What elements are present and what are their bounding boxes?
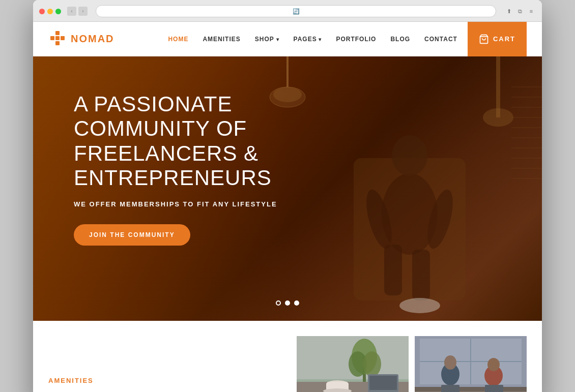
cart-button[interactable]: CART: [468, 22, 527, 56]
minimize-button[interactable]: [47, 9, 53, 14]
svg-rect-12: [384, 245, 402, 295]
amenities-label: AMENITIES: [48, 336, 281, 384]
menu-icon[interactable]: ≡: [527, 7, 536, 16]
site-header: NOMAD HOME AMENITIES SHOP PAGES PORTFOLI…: [33, 22, 542, 56]
browser-right-controls: ⬆ ⧉ ≡: [504, 7, 536, 16]
browser-controls: ‹ ›: [67, 7, 88, 16]
close-button[interactable]: [39, 9, 45, 14]
svg-rect-39: [369, 376, 397, 390]
svg-point-28: [399, 298, 440, 313]
forward-button[interactable]: ›: [78, 7, 88, 16]
svg-rect-50: [441, 385, 459, 392]
svg-rect-2: [50, 36, 54, 40]
bottom-images: [297, 336, 527, 392]
svg-rect-1: [55, 36, 60, 40]
svg-point-37: [363, 351, 381, 377]
slider-dot-1[interactable]: [276, 300, 281, 306]
back-button[interactable]: ‹: [67, 7, 76, 16]
svg-point-52: [487, 358, 500, 371]
hero-section: A PASSIONATE COMMUNITY OF FREELANCERS & …: [33, 56, 542, 321]
svg-point-49: [444, 355, 456, 370]
traffic-lights: [39, 9, 61, 14]
nav-blog[interactable]: BLOG: [390, 36, 410, 43]
nav-pages[interactable]: PAGES: [294, 36, 322, 43]
nav-portfolio[interactable]: PORTFOLIO: [336, 36, 376, 43]
svg-rect-46: [415, 387, 527, 391]
nav-contact[interactable]: CONTACT: [424, 36, 457, 43]
browser-window: ‹ › 🔄 ⬆ ⧉ ≡ NOMAD: [33, 0, 542, 392]
hero-cta-button[interactable]: JOIN THE COMMUNITY: [74, 224, 190, 246]
duplicate-icon[interactable]: ⧉: [515, 7, 525, 16]
hero-headline: A PASSIONATE COMMUNITY OF FREELANCERS & …: [74, 92, 328, 190]
hero-slider-dots: [276, 300, 299, 306]
site-content: NOMAD HOME AMENITIES SHOP PAGES PORTFOLI…: [33, 22, 542, 392]
cart-icon: [479, 34, 489, 44]
hero-content: A PASSIONATE COMMUNITY OF FREELANCERS & …: [33, 56, 542, 246]
bottom-left: AMENITIES: [48, 336, 297, 392]
browser-chrome: ‹ › 🔄 ⬆ ⧉ ≡: [33, 0, 542, 22]
nav-shop[interactable]: SHOP: [255, 36, 279, 43]
slider-dot-2[interactable]: [285, 300, 290, 306]
svg-rect-0: [55, 31, 60, 35]
svg-rect-3: [61, 36, 65, 40]
amenity-image-2: [415, 336, 527, 392]
svg-rect-53: [485, 385, 503, 392]
bottom-section: AMENITIES: [33, 321, 542, 392]
svg-rect-13: [412, 250, 430, 300]
svg-rect-4: [55, 41, 60, 45]
nav-amenities[interactable]: AMENITIES: [203, 36, 240, 43]
maximize-button[interactable]: [55, 9, 61, 14]
nav-home[interactable]: HOME: [168, 36, 188, 43]
share-icon[interactable]: ⬆: [504, 7, 513, 16]
amenity-image-1: [297, 336, 409, 392]
main-nav: HOME AMENITIES SHOP PAGES PORTFOLIO BLOG…: [168, 36, 457, 43]
address-bar[interactable]: 🔄: [96, 5, 496, 17]
logo-icon: [48, 30, 67, 48]
hero-subtext: WE OFFER MEMBERSHIPS TO FIT ANY LIFESTYL…: [74, 200, 542, 208]
cart-label: CART: [493, 35, 515, 43]
logo-text: NOMAD: [71, 33, 114, 45]
slider-dot-3[interactable]: [294, 300, 299, 306]
logo-area[interactable]: NOMAD: [48, 30, 114, 48]
